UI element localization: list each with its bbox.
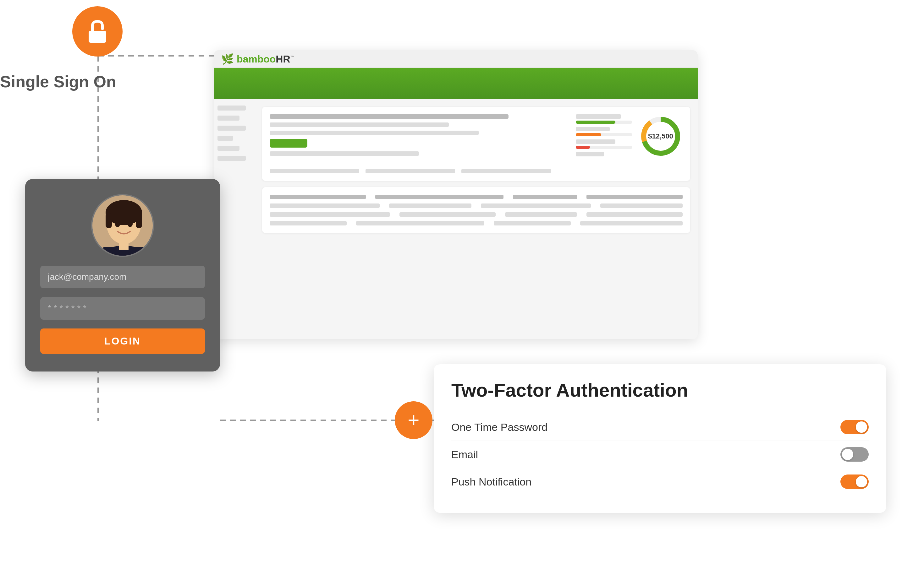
text-placeholder (270, 169, 359, 174)
text-placeholder (399, 212, 496, 217)
tfa-row-email: Email (452, 441, 868, 468)
action-button[interactable] (270, 139, 308, 148)
password-input[interactable] (40, 297, 205, 320)
titlebar: 🌿 bambooHR™ (214, 50, 698, 68)
text-placeholder (600, 203, 682, 208)
toggle-otp[interactable] (840, 420, 868, 434)
sidebar-item (218, 136, 233, 141)
text-placeholder (270, 123, 449, 127)
tfa-label-email: Email (452, 449, 478, 461)
sidebar-item (218, 146, 240, 151)
text-placeholder (270, 203, 380, 208)
text-placeholder (580, 221, 682, 226)
toggle-thumb-email (842, 449, 853, 460)
bamboo-logo: 🌿 bambooHR™ (221, 53, 295, 65)
tfa-label-push: Push Notification (452, 476, 531, 488)
login-panel: LOGIN (25, 179, 220, 371)
donut-chart: $12,500 (639, 114, 682, 158)
toggle-push[interactable] (840, 474, 868, 489)
email-input[interactable] (40, 266, 205, 288)
tfa-row-otp: One Time Password (452, 414, 868, 441)
lock-icon-circle (72, 6, 123, 57)
main-card-1: $12,500 (262, 107, 690, 181)
svg-rect-4 (88, 31, 106, 43)
text-placeholder (513, 195, 577, 199)
sidebar-item (218, 126, 246, 131)
text-placeholder (270, 195, 366, 199)
text-placeholder (481, 203, 591, 208)
text-placeholder (389, 203, 471, 208)
trademark: ™ (290, 55, 295, 60)
bamboo-hr-text: HR (276, 53, 290, 65)
tfa-panel: Two-Factor Authentication One Time Passw… (434, 364, 886, 513)
tfa-row-push: Push Notification (452, 468, 868, 495)
login-button[interactable]: LOGIN (40, 329, 205, 354)
text-placeholder (270, 114, 508, 119)
text-placeholder (270, 212, 390, 217)
text-placeholder (576, 114, 621, 119)
text-placeholder (366, 169, 455, 174)
sidebar-item (218, 115, 240, 121)
bottom-rows (270, 169, 568, 174)
header-bar (214, 68, 698, 99)
svg-rect-11 (106, 212, 112, 228)
card-left-content (270, 114, 568, 174)
text-placeholder (356, 221, 484, 226)
plus-circle: + (395, 401, 432, 439)
sso-label: Single Sign On (0, 72, 116, 91)
sidebar-item (218, 106, 246, 111)
text-placeholder (586, 212, 682, 217)
text-placeholder (461, 169, 551, 174)
dashboard-body: $12,500 (214, 99, 698, 339)
text-placeholder (270, 131, 478, 135)
tfa-title: Two-Factor Authentication (452, 379, 868, 401)
svg-point-13 (115, 221, 120, 227)
text-placeholder (270, 221, 346, 226)
text-placeholder (576, 127, 610, 131)
text-placeholder (375, 195, 504, 199)
toggle-thumb-otp (856, 422, 867, 433)
text-placeholder (270, 151, 419, 156)
card-right-content: $12,500 (576, 114, 682, 174)
text-placeholder (494, 221, 571, 226)
svg-rect-17 (119, 242, 129, 250)
svg-rect-12 (136, 212, 142, 228)
sidebar-item (218, 156, 246, 161)
plus-icon: + (408, 408, 419, 432)
text-placeholder (505, 212, 578, 217)
dashboard-window: 🌿 bambooHR™ (214, 50, 698, 339)
donut-label: $12,500 (648, 132, 673, 141)
toggle-thumb-push (856, 476, 867, 488)
main-card-2 (262, 187, 690, 233)
text-placeholder (586, 195, 682, 199)
text-placeholder (576, 139, 615, 144)
tfa-label-otp: One Time Password (452, 421, 548, 433)
lock-icon (85, 19, 110, 44)
toggle-email[interactable] (840, 447, 868, 462)
svg-point-14 (128, 221, 133, 227)
text-placeholder (576, 152, 604, 156)
avatar (91, 194, 154, 257)
main-content: $12,500 (255, 99, 698, 339)
